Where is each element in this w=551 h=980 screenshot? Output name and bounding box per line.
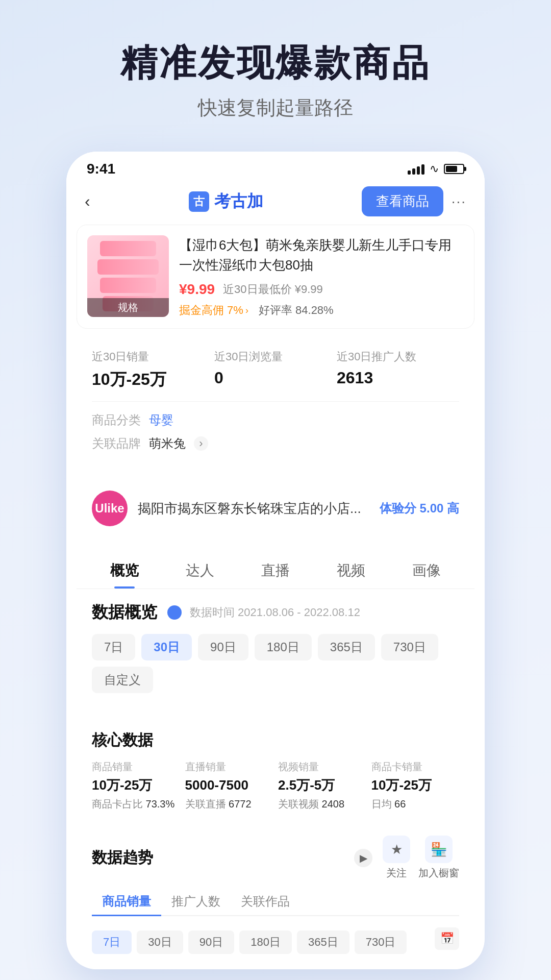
period-7d[interactable]: 7日 — [92, 634, 135, 660]
stats-row: 近30日销量 10万-25万 近30日浏览量 0 近30日推广人数 2613 — [92, 349, 459, 391]
commission-arrow: › — [245, 305, 248, 316]
trend-period-30d[interactable]: 30日 — [137, 930, 183, 954]
logo-text: 考古加 — [214, 190, 263, 213]
calendar-button[interactable]: 📅 — [435, 927, 459, 950]
tab-overview[interactable]: 概览 — [87, 549, 162, 589]
store-avatar: Ulike — [92, 491, 128, 526]
logo-icon: 古 — [189, 191, 209, 212]
period-180d[interactable]: 180日 — [255, 634, 312, 660]
trend-tab-related-works[interactable]: 关联作品 — [231, 888, 300, 916]
brand-label: 关联品牌 — [92, 435, 141, 452]
core-video-sales-sub: 关联视频 2408 — [278, 797, 366, 811]
tabs-bar: 概览 达人 直播 视频 画像 — [77, 549, 474, 589]
trend-header: 数据趋势 ▶ ★ 关注 🏪 加入橱窗 — [92, 836, 459, 880]
stat-sales: 近30日销量 10万-25万 — [92, 349, 214, 391]
product-info: 【湿巾6大包】萌米兔亲肤婴儿新生儿手口专用一次性湿纸巾大包80抽 ¥9.99 近… — [179, 235, 464, 318]
hero-subtitle: 快速复制起量路径 — [31, 95, 520, 121]
period-30d[interactable]: 30日 — [141, 634, 192, 660]
trend-period-730d[interactable]: 730日 — [355, 930, 407, 954]
play-button[interactable]: ▶ — [354, 849, 372, 867]
core-card-sales: 商品卡销量 10万-25万 日均 66 — [371, 760, 460, 811]
status-bar: 9:41 ∿ — [66, 152, 485, 181]
follow-button[interactable]: ★ 关注 — [383, 836, 410, 880]
stats-card: 近30日销量 10万-25万 近30日浏览量 0 近30日推广人数 2613 商… — [77, 337, 474, 471]
category-row: 商品分类 母婴 — [92, 412, 459, 428]
data-overview-section: 数据概览 数据时间 2021.08.06 - 2022.08.12 7日 30日… — [77, 589, 474, 718]
more-button[interactable]: ··· — [452, 193, 466, 210]
trend-period-90d[interactable]: 90日 — [188, 930, 234, 954]
core-live-sales: 直播销量 5000-7500 关联直播 6772 — [185, 760, 273, 811]
trend-tab-promoters[interactable]: 推广人数 — [161, 888, 231, 916]
brand-value: 萌米兔 — [149, 435, 186, 452]
overview-header: 数据概览 数据时间 2021.08.06 - 2022.08.12 — [92, 601, 459, 624]
core-product-sales-sub: 商品卡占比 73.3% — [92, 797, 180, 811]
tab-image[interactable]: 画像 — [389, 549, 464, 589]
stat-sales-label: 近30日销量 — [92, 349, 214, 364]
product-tags: 掘金高佣 7% › 好评率 84.28% — [179, 303, 464, 318]
status-icons: ∿ — [408, 162, 464, 176]
store-name: 揭阳市揭东区磐东长铭珠宝店的小店... — [138, 500, 369, 518]
trend-tabs: 商品销量 推广人数 关联作品 — [92, 888, 459, 916]
period-365d[interactable]: 365日 — [318, 634, 375, 660]
add-to-window-button[interactable]: 🏪 加入橱窗 — [418, 836, 459, 880]
view-product-button[interactable]: 查看商品 — [362, 186, 443, 216]
trend-period-7d[interactable]: 7日 — [92, 930, 132, 954]
rating-tag: 好评率 84.28% — [259, 303, 334, 318]
stat-promoters-label: 近30日推广人数 — [337, 349, 459, 364]
price-note: 近30日最低价 ¥9.99 — [223, 282, 323, 297]
core-live-sales-label: 直播销量 — [185, 760, 273, 774]
stat-promoters: 近30日推广人数 2613 — [337, 349, 459, 391]
core-live-sales-sub: 关联直播 6772 — [185, 797, 273, 811]
overview-date-badge — [167, 605, 182, 620]
product-card: 规格 【湿巾6大包】萌米兔亲肤婴儿新生儿手口专用一次性湿纸巾大包80抽 ¥9.9… — [77, 225, 474, 329]
core-card-sales-sub: 日均 66 — [371, 797, 460, 811]
commission-tag[interactable]: 掘金高佣 7% › — [179, 303, 248, 318]
price-row: ¥9.99 近30日最低价 ¥9.99 — [179, 281, 464, 298]
core-card-sales-value: 10万-25万 — [371, 777, 460, 794]
stat-browse: 近30日浏览量 0 — [214, 349, 337, 391]
category-label: 商品分类 — [92, 412, 141, 428]
stat-promoters-value: 2613 — [337, 369, 459, 387]
period-90d[interactable]: 90日 — [198, 634, 248, 660]
period-custom[interactable]: 自定义 — [92, 667, 153, 693]
back-button[interactable]: ‹ — [85, 192, 90, 211]
core-video-sales-label: 视频销量 — [278, 760, 366, 774]
product-image: 规格 — [87, 235, 169, 317]
core-product-sales: 商品销量 10万-25万 商品卡占比 73.3% — [92, 760, 180, 811]
core-live-sales-value: 5000-7500 — [185, 777, 273, 794]
nav-bar: ‹ 古 考古加 查看商品 ··· — [66, 181, 485, 225]
tab-video[interactable]: 视频 — [313, 549, 389, 589]
core-data-grid: 商品销量 10万-25万 商品卡占比 73.3% 直播销量 5000-7500 … — [92, 760, 459, 811]
period-730d[interactable]: 730日 — [381, 634, 438, 660]
stat-browse-value: 0 — [214, 369, 337, 387]
hero-section: 精准发现爆款商品 快速复制起量路径 — [0, 0, 551, 141]
shop-icon: 🏪 — [425, 836, 453, 863]
data-trend-section: 数据趋势 ▶ ★ 关注 🏪 加入橱窗 商品销量 推广人数 关联作品 — [77, 823, 474, 969]
add-to-window-label: 加入橱窗 — [418, 866, 459, 880]
star-icon: ★ — [383, 836, 410, 863]
stat-browse-label: 近30日浏览量 — [214, 349, 337, 364]
trend-tab-product-sales[interactable]: 商品销量 — [92, 888, 161, 916]
overview-title: 数据概览 — [92, 601, 157, 624]
trend-period-180d[interactable]: 180日 — [239, 930, 292, 954]
store-score: 体验分 5.00 高 — [380, 500, 459, 517]
product-price: ¥9.99 — [179, 281, 215, 298]
wifi-icon: ∿ — [430, 162, 439, 176]
period-tabs2: 7日 30日 90日 180日 365日 730日 — [92, 930, 407, 954]
product-title: 【湿巾6大包】萌米兔亲肤婴儿新生儿手口专用一次性湿纸巾大包80抽 — [179, 235, 464, 275]
core-data-section: 核心数据 商品销量 10万-25万 商品卡占比 73.3% 直播销量 5000-… — [77, 718, 474, 823]
brand-arrow[interactable]: › — [194, 436, 208, 451]
core-video-sales: 视频销量 2.5万-5万 关联视频 2408 — [278, 760, 366, 811]
hero-title: 精准发现爆款商品 — [31, 41, 520, 85]
stat-sales-value: 10万-25万 — [92, 369, 214, 391]
tab-live[interactable]: 直播 — [238, 549, 313, 589]
app-logo: 古 考古加 — [189, 190, 263, 213]
core-card-sales-label: 商品卡销量 — [371, 760, 460, 774]
battery-icon — [444, 164, 464, 174]
status-time: 9:41 — [87, 161, 115, 177]
period-tabs: 7日 30日 90日 180日 365日 730日 自定义 — [92, 634, 459, 693]
brand-row: 关联品牌 萌米兔 › — [92, 435, 459, 452]
core-product-sales-value: 10万-25万 — [92, 777, 180, 794]
trend-period-365d[interactable]: 365日 — [297, 930, 349, 954]
tab-talent[interactable]: 达人 — [162, 549, 238, 589]
